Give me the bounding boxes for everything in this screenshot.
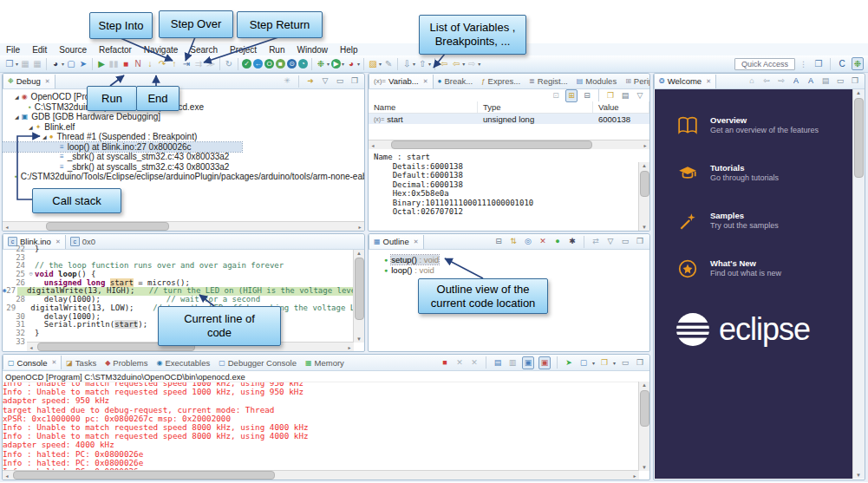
variable-details-pane[interactable]: Name : start Details:6000138 Default:600…	[369, 149, 649, 217]
copy-view-icon[interactable]: ▤	[620, 90, 630, 101]
tab-modules[interactable]: ▤Modules	[572, 75, 621, 88]
debug-icon[interactable]: ❉	[316, 58, 326, 69]
hide-frames-icon[interactable]: ≫	[206, 58, 216, 69]
home-icon[interactable]: ⌂	[747, 75, 757, 87]
last-edit-icon[interactable]: ⇦	[439, 58, 449, 69]
debug-tree-item[interactable]: ▪C:/STM32duino/Tools/Eclipse/eclipse/ard…	[3, 172, 364, 182]
outline-item[interactable]: ●setup() : void	[369, 254, 649, 264]
font-smaller-icon[interactable]: A	[791, 75, 801, 87]
cpp-perspective-icon[interactable]: C	[837, 58, 847, 69]
resume-icon[interactable]: ▶	[96, 58, 107, 69]
close-icon[interactable]: ✕	[51, 359, 56, 366]
console-vscrollbar[interactable]: ▲ ▼	[638, 382, 649, 471]
menu-refactor[interactable]: Refactor	[93, 43, 138, 55]
new-wizard-icon[interactable]: ❐	[4, 58, 15, 69]
tab-executables[interactable]: ◉Executables	[152, 356, 214, 369]
tab-variab-[interactable]: (x)=Variab...✕	[369, 75, 434, 88]
open-console-icon-dropdown[interactable]: ▾	[613, 360, 616, 366]
maximize-icon[interactable]: ❐	[850, 75, 860, 87]
debug-target-icon-dropdown[interactable]: ▾	[62, 61, 64, 67]
disconnect-icon[interactable]: N	[133, 58, 143, 69]
console-output[interactable]: Info : Unable to match requested speed 1…	[3, 382, 649, 472]
debug-perspective-icon[interactable]: ❉	[852, 57, 864, 70]
fold-marker[interactable]: ⊖	[27, 271, 35, 279]
details-vscrollbar[interactable]: ▲ ▼	[638, 162, 649, 231]
new-wizard-icon-dropdown[interactable]: ▾	[16, 61, 18, 67]
activate-on-output-icon[interactable]: ▣	[538, 356, 551, 369]
open-element-icon-dropdown[interactable]: ▾	[379, 61, 382, 67]
open-perspective-icon[interactable]: ❐	[813, 58, 824, 69]
back-icon[interactable]: ⇦	[451, 58, 461, 69]
debug-tree-item[interactable]: ◢◉OpenOCD [Program]	[3, 92, 364, 102]
new-view-icon[interactable]: ❐	[605, 90, 616, 101]
inspect-icon[interactable]: ⊙	[287, 59, 297, 69]
debug-tree-item[interactable]: ◢●Thread #1 (Suspended : Breakpoint)	[3, 132, 364, 142]
close-icon[interactable]: ✕	[414, 238, 419, 245]
variable-row[interactable]: (x)=startunsigned long6000138	[369, 114, 649, 124]
welcome-item-book[interactable]: OverviewGet an overview of the features	[677, 115, 864, 136]
forward-icon-dropdown[interactable]: ▾	[478, 61, 480, 67]
back-target-icon[interactable]: ←	[253, 59, 263, 69]
menu-source[interactable]: Source	[53, 43, 93, 55]
show-stdout-icon[interactable]: ▤	[493, 357, 503, 369]
prev-annotation-icon-dropdown[interactable]: ▾	[428, 61, 431, 67]
remove-launch-icon[interactable]: ✕	[454, 357, 465, 369]
tab-welcome[interactable]: ❂ Welcome ✕	[654, 75, 716, 88]
welcome-item-wand[interactable]: SamplesTry out the samples	[677, 211, 864, 232]
terminate-icon[interactable]: ■	[121, 58, 131, 69]
filters-icon[interactable]: ✱	[567, 236, 578, 247]
hide-static-icon[interactable]: ✕	[538, 236, 548, 247]
tab-console[interactable]: ▢Console✕	[3, 356, 62, 369]
step-return-icon[interactable]: ↑	[169, 58, 179, 69]
save-icon[interactable]: ▦	[20, 58, 30, 69]
link-editor-icon[interactable]: ⇄	[591, 236, 601, 247]
tab-problems[interactable]: ◆Problems	[101, 356, 152, 369]
minimize-icon[interactable]: ▭	[620, 357, 630, 369]
terminate-icon[interactable]: ■	[440, 357, 450, 369]
maximize-icon[interactable]: ❐	[635, 357, 645, 369]
next-annotation-icon[interactable]: ⇩	[401, 58, 412, 69]
debug-tree-item[interactable]: ▪C:\STM32duino\OpenOCD\bin\openocd.exe	[3, 102, 364, 113]
debug-tree-item[interactable]: ≡_sbrk() at syscalls_stm32.c:43 0x80033a…	[3, 162, 364, 173]
column-name[interactable]: Name	[369, 101, 478, 113]
customize-icon[interactable]: ▤	[820, 75, 831, 87]
column-type[interactable]: Type	[478, 101, 593, 113]
run-icon-dropdown[interactable]: ▾	[342, 61, 344, 67]
minimize-icon[interactable]: ▭	[335, 75, 345, 87]
debug-target-icon[interactable]: ◕	[50, 58, 61, 69]
tab-debugger-console[interactable]: ▢Debugger Console	[214, 356, 301, 369]
menu-navigate[interactable]: Navigate	[138, 43, 184, 55]
font-larger-icon[interactable]: A	[806, 75, 816, 87]
sort-icon[interactable]: ⇅	[508, 236, 519, 247]
expander-icon[interactable]: ◢	[42, 134, 47, 140]
view-menu-icon[interactable]: ▽	[605, 236, 616, 247]
close-icon[interactable]: ✕	[55, 238, 61, 245]
console-hscrollbar[interactable]: ◂▸	[3, 470, 639, 480]
expander-icon[interactable]: ◢	[15, 94, 19, 100]
word-wrap-icon[interactable]: ▥	[507, 357, 518, 369]
debug-icon-dropdown[interactable]: ▾	[327, 61, 330, 67]
run-icon[interactable]: ▶	[331, 59, 341, 69]
next-annotation-icon-dropdown[interactable]: ▾	[413, 61, 415, 67]
display-console-icon-dropdown[interactable]: ▾	[592, 360, 595, 366]
suspend-icon[interactable]: ▮▮	[108, 58, 119, 69]
debug-tree-item[interactable]: ≡_sbrk() at syscalls_stm32.c:43 0x80033a…	[3, 152, 364, 162]
tab-memory[interactable]: ▦Memory	[301, 356, 349, 369]
remove-all-terminated-icon[interactable]: ✳	[282, 75, 292, 87]
verify-icon[interactable]: ✓	[242, 59, 251, 69]
maximize-icon[interactable]: ❐	[635, 236, 645, 247]
tab-outline[interactable]: ▦ Outline ✕	[369, 235, 424, 249]
restart-icon[interactable]: ➜	[305, 75, 316, 87]
debug-tree-item[interactable]: ◢▣GDB [GDB Hardware Debugging]	[3, 112, 364, 122]
open-element-icon[interactable]: ▨	[368, 58, 378, 69]
display-console-icon[interactable]: ▢	[578, 357, 589, 369]
menu-edit[interactable]: Edit	[26, 43, 53, 55]
step-into-icon[interactable]: ↓	[145, 58, 155, 69]
close-icon[interactable]: ✕	[423, 78, 428, 85]
outline-item[interactable]: ●loop() : void	[369, 264, 649, 275]
mark-occurrences-icon[interactable]: ✎	[383, 58, 394, 69]
history-icon[interactable]: ◔	[298, 59, 308, 69]
pin-console-icon[interactable]: ➤	[564, 357, 574, 369]
editor-vscrollbar[interactable]: ▲ ▼	[353, 250, 364, 343]
prev-annotation-icon[interactable]: ⇧	[417, 58, 427, 69]
